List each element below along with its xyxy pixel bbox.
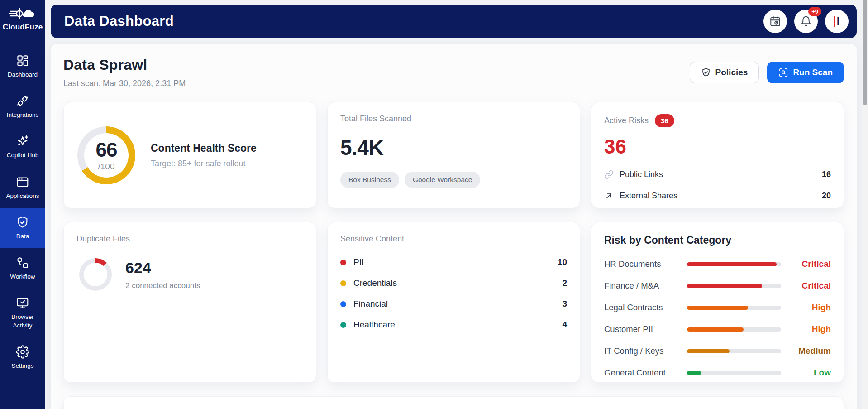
sidebar-item-label: Browser Activity: [3, 313, 43, 329]
category-label: IT Config / Keys: [604, 346, 679, 356]
bell-icon: [800, 15, 812, 27]
top-header-bar: Data Dashboard +9 I: [51, 5, 857, 38]
category-progress-bar: [687, 349, 781, 353]
category-level: Low: [789, 368, 831, 378]
app-window-icon: [16, 175, 29, 189]
cards-grid: 66 /100 Content Health Score Target: 85+…: [63, 102, 844, 409]
cloudfuze-logo[interactable]: CloudFuze: [0, 0, 45, 34]
category-row-legal-contracts: Legal Contracts High: [604, 303, 831, 313]
sidebar-item-label: Dashboard: [8, 71, 38, 79]
sidebar-item-label: Applications: [6, 192, 39, 200]
sensitive-row-pii[interactable]: PII 10: [340, 257, 567, 267]
arrow-up-right-icon: [604, 191, 614, 201]
category-label: HR Documents: [604, 259, 679, 269]
user-avatar-button[interactable]: I: [825, 10, 849, 33]
active-risks-title: Active Risks: [604, 116, 649, 125]
schedule-button[interactable]: [763, 10, 787, 33]
category-row-it-config-keys: IT Config / Keys Medium: [604, 346, 831, 356]
external-shares-label: External Shares: [620, 191, 677, 201]
calendar-clock-icon: [769, 15, 781, 27]
category-label: General Content: [604, 368, 679, 378]
sidebar-item-settings[interactable]: Settings: [0, 337, 45, 378]
sidebar-item-label: Copilot Hub: [7, 151, 39, 159]
sensitive-content-card: Sensitive Content PII 10 Credentials 2: [327, 222, 580, 383]
sidebar-item-applications[interactable]: Applications: [0, 168, 45, 208]
sensitive-row-label: Healthcare: [353, 320, 395, 330]
public-links-row[interactable]: Public Links 16: [604, 170, 831, 179]
sensitive-row-value: 2: [562, 278, 567, 288]
gear-icon: [16, 345, 29, 359]
policies-button[interactable]: Policies: [690, 62, 759, 83]
sensitive-row-healthcare[interactable]: Healthcare 4: [340, 320, 567, 330]
risk-category-title: Risk by Content Category: [604, 234, 831, 246]
sidebar-item-integrations[interactable]: Integrations: [0, 87, 45, 127]
external-shares-row[interactable]: External Shares 20: [604, 191, 831, 201]
external-shares-value: 20: [822, 191, 831, 201]
sensitive-row-value: 3: [562, 299, 567, 309]
dashboard-grid-icon: [16, 54, 29, 67]
category-label: Legal Contracts: [604, 303, 679, 313]
sparkles-icon: [16, 135, 29, 148]
content-health-score-card: 66 /100 Content Health Score Target: 85+…: [63, 102, 316, 208]
duplicate-files-value: 624: [125, 259, 200, 277]
category-level: Medium: [789, 346, 831, 356]
sidebar-item-browser-activity[interactable]: Browser Activity: [0, 289, 45, 337]
active-risks-value: 36: [604, 135, 831, 158]
sidebar-item-dashboard[interactable]: Dashboard: [0, 46, 45, 87]
health-card-title: Content Health Score: [151, 142, 257, 154]
avatar: I: [834, 16, 840, 27]
pii-dot-icon: [340, 260, 346, 265]
health-score-value: 66: [96, 139, 117, 161]
brand-name: CloudFuze: [3, 23, 43, 32]
header-actions: +9 I: [763, 10, 849, 33]
category-level: High: [789, 324, 831, 334]
source-chip-google[interactable]: Google Workspace: [405, 172, 481, 188]
active-risks-card: Active Risks 36 36 Public Links 16 Exter…: [591, 102, 844, 208]
source-chip-box[interactable]: Box Business: [340, 172, 399, 188]
active-risks-badge: 36: [655, 114, 674, 127]
total-files-title: Total Files Scanned: [340, 114, 567, 124]
notification-badge: +9: [808, 7, 821, 16]
sidebar-item-copilot-hub[interactable]: Copilot Hub: [0, 127, 45, 167]
page-title: Data Sprawl: [63, 57, 186, 73]
category-level: Critical: [789, 259, 831, 269]
page-scrollbar[interactable]: [862, 0, 868, 409]
workflow-icon: [16, 256, 29, 269]
risk-by-category-card: Risk by Content Category HR Documents Cr…: [591, 222, 844, 383]
healthcare-dot-icon: [340, 322, 346, 328]
sensitive-row-value: 10: [558, 257, 567, 267]
sidebar-item-label: Workflow: [10, 273, 35, 281]
duplicate-files-subtitle: 2 connected accounts: [125, 281, 200, 290]
health-score-donut: 66 /100: [77, 126, 135, 184]
sidebar-nav: Dashboard Integrations Copilot Hub Appli…: [0, 46, 45, 378]
total-files-value: 5.4K: [340, 135, 567, 160]
category-row-customer-pii: Customer PII High: [604, 324, 831, 334]
run-scan-button[interactable]: Run Scan: [767, 62, 844, 83]
category-level: Critical: [789, 281, 831, 291]
category-progress-bar: [687, 371, 781, 375]
category-level: High: [789, 303, 831, 313]
partial-card: [63, 396, 844, 409]
notifications-button[interactable]: +9: [794, 10, 818, 33]
sidebar-item-label: Integrations: [7, 111, 39, 119]
duplicate-files-card: Duplicate Files 624 2 connected accounts: [63, 222, 316, 383]
cloudfuze-cloud-icon: [9, 5, 37, 22]
public-links-label: Public Links: [620, 170, 663, 179]
category-label: Finance / M&A: [604, 281, 679, 291]
main-area: Data Dashboard +9 I Data Sprawl Last sca…: [45, 0, 868, 409]
sensitive-row-credentials[interactable]: Credentials 2: [340, 278, 567, 288]
sensitive-row-label: PII: [353, 257, 364, 267]
duplicate-files-title: Duplicate Files: [76, 234, 303, 244]
sensitive-row-financial[interactable]: Financial 3: [340, 299, 567, 309]
scrollbar-thumb[interactable]: [863, 0, 867, 105]
category-row-finance-ma: Finance / M&A Critical: [604, 281, 831, 291]
sidebar-item-data[interactable]: Data: [0, 208, 45, 248]
category-progress-bar: [687, 306, 781, 310]
credentials-dot-icon: [340, 280, 346, 286]
category-row-hr-documents: HR Documents Critical: [604, 259, 831, 269]
sidebar-item-workflow[interactable]: Workflow: [0, 248, 45, 289]
sensitive-content-title: Sensitive Content: [340, 234, 567, 244]
scan-search-icon: [778, 67, 788, 77]
content-panel: Data Sprawl Last scan: Mar 30, 2026, 2:3…: [51, 44, 857, 409]
link-icon: [604, 170, 614, 179]
